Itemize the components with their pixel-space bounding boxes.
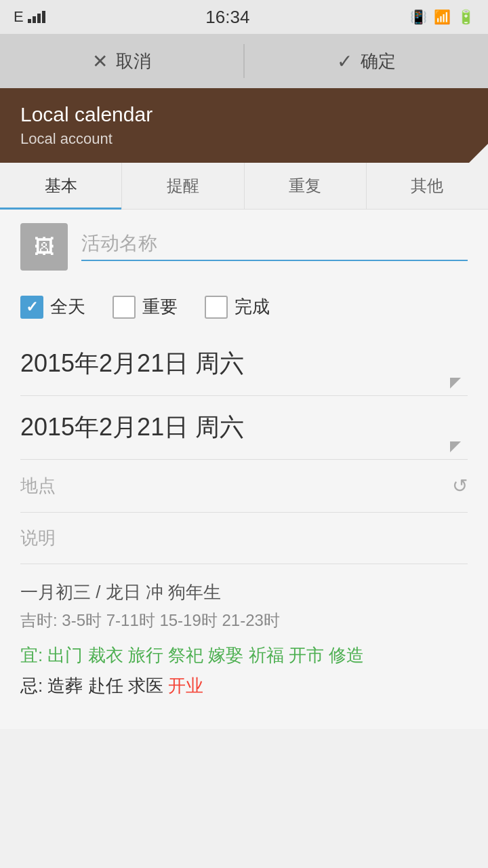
- end-date-text: 2015年2月21日 周六: [20, 411, 244, 444]
- important-checkbox-item[interactable]: 重要: [113, 295, 178, 319]
- status-bar: E 16:34 📳 📶 🔋: [0, 0, 488, 34]
- lunar-bad-items: 造葬 赴任 求医: [47, 675, 163, 696]
- description-input[interactable]: [20, 528, 468, 549]
- corner-decoration: [469, 144, 488, 163]
- lunar-info: 一月初三 / 龙日 冲 狗年生 吉时: 3-5时 7-11时 15-19时 21…: [20, 564, 468, 715]
- tab-other[interactable]: 其他: [367, 163, 488, 209]
- action-bar: ✕ 取消 ✓ 确定: [0, 34, 488, 88]
- done-checkbox-item[interactable]: 完成: [205, 295, 270, 319]
- tab-reminder[interactable]: 提醒: [122, 163, 244, 209]
- title-input-wrapper: [81, 233, 468, 261]
- start-date-triangle: [450, 378, 461, 389]
- lunar-bad-row: 忌: 造葬 赴任 求医 开业: [20, 673, 468, 699]
- signal-icon: [28, 11, 45, 23]
- lunar-good-label: 宜:: [20, 645, 43, 665]
- status-icons: 📳 📶 🔋: [410, 9, 474, 25]
- confirm-label: 确定: [361, 50, 396, 73]
- lunar-bad-items-red: 开业: [168, 675, 203, 696]
- wifi-icon: 📶: [434, 9, 451, 25]
- tab-basic-label: 基本: [45, 176, 77, 195]
- status-carrier: E: [14, 8, 45, 26]
- title-row: 🖼: [20, 223, 468, 271]
- important-label: 重要: [142, 295, 178, 319]
- image-icon: 🖼: [34, 235, 54, 258]
- form-area: 🖼 全天 重要 完成 2015年2月21日 周六 2015年2月21日 周六 ↺: [0, 210, 488, 729]
- calendar-header: Local calendar Local account: [0, 88, 488, 163]
- allday-checkbox[interactable]: [20, 296, 43, 319]
- status-time: 16:34: [205, 7, 249, 28]
- lunar-good-items: 出门 裁衣 旅行 祭祀 嫁娶 祈福 开市 修造: [47, 645, 364, 665]
- important-checkbox[interactable]: [113, 296, 136, 319]
- location-row: ↺: [20, 460, 468, 513]
- checkbox-row: 全天 重要 完成: [20, 284, 468, 332]
- image-picker[interactable]: 🖼: [20, 223, 68, 271]
- location-input[interactable]: [20, 475, 441, 496]
- allday-checkbox-item[interactable]: 全天: [20, 295, 85, 319]
- calendar-subtitle: Local account: [20, 130, 468, 148]
- start-date-row[interactable]: 2015年2月21日 周六: [20, 332, 468, 396]
- cancel-icon: ✕: [92, 50, 108, 73]
- tab-repeat-label: 重复: [289, 176, 321, 195]
- lunar-bad-label: 忌:: [20, 675, 47, 696]
- done-checkbox[interactable]: [205, 296, 228, 319]
- lunar-time-text: 吉时: 3-5时 7-11时 15-19时 21-23时: [20, 610, 468, 631]
- carrier-text: E: [14, 8, 24, 26]
- end-date-row[interactable]: 2015年2月21日 周六: [20, 396, 468, 460]
- confirm-button[interactable]: ✓ 确定: [245, 34, 488, 88]
- event-title-input[interactable]: [81, 233, 468, 254]
- end-date-triangle: [450, 441, 461, 452]
- cancel-button[interactable]: ✕ 取消: [0, 34, 243, 88]
- tab-basic[interactable]: 基本: [0, 163, 122, 209]
- confirm-icon: ✓: [337, 50, 352, 73]
- tab-other-label: 其他: [411, 176, 443, 195]
- cancel-label: 取消: [116, 50, 151, 73]
- tab-reminder-label: 提醒: [167, 176, 199, 195]
- tab-repeat[interactable]: 重复: [245, 163, 367, 209]
- lunar-main-text: 一月初三 / 龙日 冲 狗年生: [20, 580, 468, 604]
- calendar-title: Local calendar: [20, 103, 468, 126]
- tab-bar: 基本 提醒 重复 其他: [0, 163, 488, 210]
- battery-icon: 🔋: [458, 9, 474, 25]
- start-date-text: 2015年2月21日 周六: [20, 347, 244, 380]
- lunar-good-row: 宜: 出门 裁衣 旅行 祭祀 嫁娶 祈福 开市 修造: [20, 642, 468, 669]
- history-icon[interactable]: ↺: [452, 475, 468, 497]
- vibrate-icon: 📳: [410, 9, 427, 25]
- description-row: [20, 513, 468, 564]
- done-label: 完成: [235, 295, 270, 319]
- allday-label: 全天: [50, 295, 85, 319]
